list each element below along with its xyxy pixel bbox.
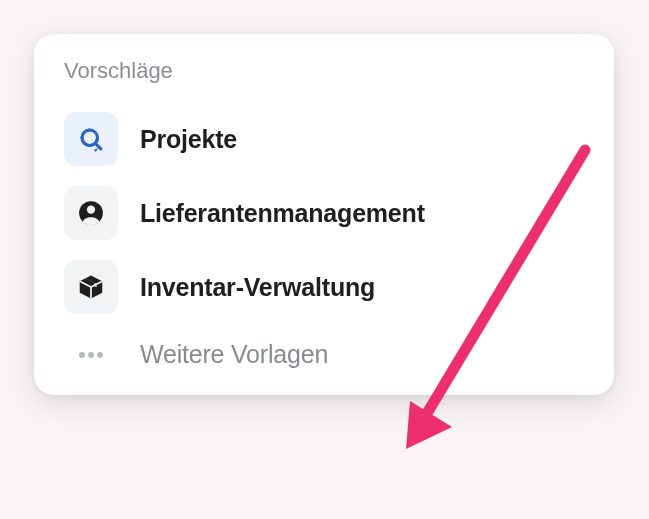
suggestion-item-label: Projekte (140, 125, 237, 154)
svg-point-5 (97, 352, 103, 358)
suggestions-card: Vorschläge Projekte Lieferantenmanagemen… (34, 34, 614, 395)
more-templates-button[interactable]: Weitere Vorlagen (60, 324, 588, 381)
person-icon (64, 186, 118, 240)
suggestion-item-label: Inventar-Verwaltung (140, 273, 375, 302)
svg-point-2 (87, 206, 95, 214)
suggestion-item-projekte[interactable]: Projekte (60, 102, 588, 176)
more-icon (64, 350, 118, 360)
suggestion-item-label: Lieferantenmanagement (140, 199, 425, 228)
suggestion-item-inventar[interactable]: Inventar-Verwaltung (60, 250, 588, 324)
section-heading: Vorschläge (60, 58, 588, 84)
svg-point-4 (88, 352, 94, 358)
suggestion-item-lieferanten[interactable]: Lieferantenmanagement (60, 176, 588, 250)
box-icon (64, 260, 118, 314)
svg-marker-7 (406, 401, 452, 449)
refresh-search-icon (64, 112, 118, 166)
svg-point-3 (79, 352, 85, 358)
more-templates-label: Weitere Vorlagen (140, 340, 328, 369)
